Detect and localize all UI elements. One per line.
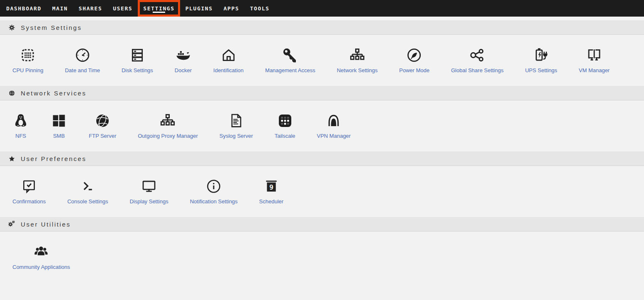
user-group-icon — [33, 243, 49, 261]
settings-item-notification-settings[interactable]: Notification Settings — [179, 178, 249, 205]
item-label: Community Applications — [12, 264, 70, 270]
section-user-utilities: User Utilities Community Applications — [0, 217, 644, 283]
item-label: VPN Manager — [317, 133, 351, 139]
item-label: UPS Settings — [525, 67, 557, 73]
info-circle-icon — [205, 178, 222, 195]
settings-item-vm-manager[interactable]: VM Manager — [568, 46, 620, 73]
settings-item-nfs[interactable]: NFS — [2, 112, 40, 139]
section-header-system-settings: System Settings — [0, 20, 644, 35]
item-label: Tailscale — [275, 133, 295, 139]
item-label: SMB — [53, 133, 65, 139]
item-label: Identification — [213, 67, 244, 73]
item-label: Display Settings — [129, 198, 168, 205]
settings-item-confirmations[interactable]: Confirmations — [2, 178, 56, 205]
item-label: Scheduler — [259, 198, 284, 205]
nav-item-apps[interactable]: APPS — [218, 0, 245, 17]
nav-item-tools[interactable]: TOOLS — [244, 0, 275, 17]
item-label: Network Settings — [337, 67, 378, 73]
share-nodes-icon — [469, 46, 485, 64]
tux-penguin-icon — [12, 112, 29, 129]
item-label: Syslog Server — [220, 133, 253, 139]
item-label: Console Settings — [67, 198, 108, 205]
gear-icon — [8, 24, 15, 31]
svg-text:9: 9 — [269, 183, 273, 191]
item-label: Outgoing Proxy Manager — [138, 133, 198, 139]
section-header-network-services: Network Services — [0, 86, 644, 100]
item-label: Date and Time — [65, 67, 100, 73]
item-label: NFS — [15, 133, 26, 139]
gears-icon — [8, 221, 15, 228]
nav-item-shares[interactable]: SHARES — [73, 0, 108, 17]
settings-item-display-settings[interactable]: Display Settings — [119, 178, 179, 205]
tailscale-dots-icon — [277, 112, 293, 129]
settings-item-smb[interactable]: SMB — [40, 112, 78, 139]
settings-item-console-settings[interactable]: Console Settings — [56, 178, 119, 205]
system-settings-grid: CPU Pinning Date and Time Disk Settings … — [0, 35, 644, 86]
section-title: User Preferences — [21, 155, 86, 162]
docker-whale-icon — [175, 46, 191, 64]
virtual-machines-icon — [586, 46, 603, 64]
nav-item-main[interactable]: MAIN — [47, 0, 73, 17]
item-label: CPU Pinning — [12, 67, 43, 73]
key-icon — [282, 46, 298, 64]
section-system-settings: System Settings CPU Pinning Date and Tim… — [0, 20, 644, 86]
item-label: Global Share Settings — [451, 67, 503, 73]
settings-item-disk-settings[interactable]: Disk Settings — [111, 46, 164, 73]
section-user-preferences: User Preferences ConfirmationsConsole Se… — [0, 151, 644, 217]
user-utilities-grid: Community Applications — [0, 232, 644, 283]
star-icon — [8, 155, 15, 162]
section-network-services: Network Services NFSSMB FTP Server Outgo… — [0, 86, 644, 151]
sitemap-icon — [159, 112, 176, 129]
item-label: Power Mode — [399, 67, 429, 73]
sitemap-icon — [349, 46, 366, 64]
network-services-grid: NFSSMB FTP Server Outgoing Proxy Manager… — [0, 100, 644, 151]
microchip-icon — [20, 46, 36, 64]
home-icon — [220, 46, 237, 64]
settings-item-docker[interactable]: Docker — [164, 46, 202, 73]
clock-icon — [74, 46, 91, 64]
server-stack-icon — [129, 46, 146, 64]
settings-item-syslog-server[interactable]: Syslog Server — [209, 112, 264, 139]
globe-sphere-icon — [94, 112, 111, 129]
nav-item-users[interactable]: USERS — [107, 0, 138, 17]
settings-item-date-and-time[interactable]: Date and Time — [54, 46, 111, 73]
settings-item-global-share-settings[interactable]: Global Share Settings — [440, 46, 514, 73]
globe-icon — [8, 90, 15, 97]
settings-item-vpn-manager[interactable]: VPN Manager — [306, 112, 362, 139]
settings-item-network-settings[interactable]: Network Settings — [326, 46, 388, 73]
message-check-icon — [21, 178, 37, 195]
item-label: Management Access — [265, 67, 315, 73]
settings-item-tailscale[interactable]: Tailscale — [264, 112, 306, 139]
settings-item-outgoing-proxy-manager[interactable]: Outgoing Proxy Manager — [127, 112, 209, 139]
settings-item-ftp-server[interactable]: FTP Server — [78, 112, 127, 139]
windows-logo-icon — [51, 112, 67, 129]
nav-item-plugins[interactable]: PLUGINS — [180, 0, 218, 17]
user-preferences-grid: ConfirmationsConsole Settings Display Se… — [0, 166, 644, 217]
terminal-prompt-icon — [79, 178, 96, 195]
monitor-icon — [141, 178, 157, 195]
settings-item-ups-settings[interactable]: UPS Settings — [514, 46, 568, 73]
nav-item-dashboard[interactable]: DASHBOARD — [1, 0, 47, 17]
settings-item-power-mode[interactable]: Power Mode — [388, 46, 440, 73]
settings-item-community-applications[interactable]: Community Applications — [2, 243, 81, 270]
settings-item-identification[interactable]: Identification — [202, 46, 254, 73]
section-header-user-preferences: User Preferences — [0, 151, 644, 166]
item-label: VM Manager — [579, 67, 610, 73]
item-label: FTP Server — [89, 133, 116, 139]
section-title: User Utilities — [21, 221, 71, 228]
section-title: Network Services — [21, 90, 86, 97]
section-title: System Settings — [21, 24, 82, 31]
section-header-user-utilities: User Utilities — [0, 217, 644, 232]
battery-plug-icon — [533, 46, 549, 64]
main-nav: DASHBOARDMAINSHARESUSERSSETTINGSPLUGINSA… — [0, 0, 644, 17]
settings-content: System Settings CPU Pinning Date and Tim… — [0, 17, 644, 283]
incognito-hood-icon — [325, 112, 342, 129]
settings-item-management-access[interactable]: Management Access — [254, 46, 326, 73]
log-document-icon — [228, 112, 244, 129]
leaf-circle-icon — [406, 46, 422, 64]
settings-item-scheduler[interactable]: 9Scheduler — [249, 178, 295, 205]
item-label: Docker — [175, 67, 192, 73]
settings-item-cpu-pinning[interactable]: CPU Pinning — [2, 46, 54, 73]
calendar-day-icon: 9 — [263, 178, 280, 195]
nav-item-settings[interactable]: SETTINGS — [138, 0, 180, 17]
